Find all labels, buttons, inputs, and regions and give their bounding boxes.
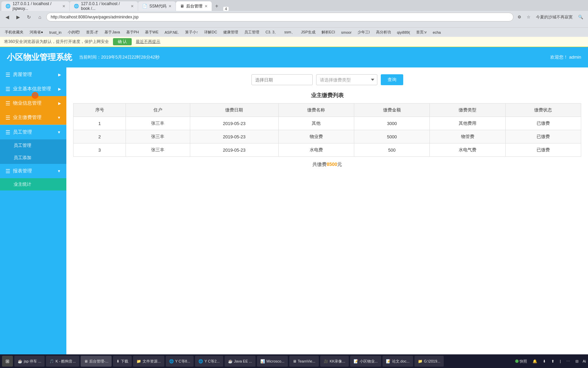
taskbar-app-admin[interactable]: 🖥 后台管理-... [81, 356, 112, 367]
bookmark-item[interactable]: 员工管理 [242, 29, 262, 35]
sidebar-item-staff[interactable]: ☰ 员工管理 ▼ [0, 125, 66, 139]
taskbar-down-icon[interactable]: ⬇ [541, 359, 547, 364]
sidebar-sub-item-owner-stat[interactable]: 业主统计 [0, 178, 66, 190]
tab-admin[interactable]: 🖥 后台管理 ✕ [176, 1, 212, 11]
col-type: 缴费类型 [430, 104, 505, 117]
bookmark-item[interactable]: echa [430, 30, 444, 35]
tab-close-btn[interactable]: ✕ [168, 4, 172, 9]
taskbar-notification-icon[interactable]: 🔔 [531, 359, 539, 364]
taskbar-minimize-icon[interactable]: ⊟ [574, 359, 580, 364]
taskbar-app-yc2[interactable]: 🌐 Y C等2... [195, 356, 223, 367]
sidebar-sub-label: 业主统计 [14, 181, 31, 187]
address-bar[interactable]: http://localhost:8080/wuye/pages/adminin… [46, 13, 513, 21]
bookmark-item[interactable]: 详解DC [201, 29, 220, 35]
app-header-right: 欢迎您！ admin [550, 54, 581, 60]
chevron-right-icon: ▶ [58, 73, 61, 77]
sidebar-submenu-staff: 员工管理 员工添加 [0, 139, 66, 164]
fee-table: 序号 住户 缴费日期 缴费名称 缴费金额 缴费类型 缴费状态 1张三丰2019-… [73, 103, 581, 157]
taskbar-app-folder[interactable]: 📁 G:\2019... [414, 356, 444, 367]
bookmark-item[interactable]: 健康管理 [220, 29, 241, 35]
sidebar-item-property-info[interactable]: ☰ 物业信息管理 ▶ [0, 96, 66, 110]
tab-close-btn[interactable]: ✕ [205, 4, 208, 9]
taskbar-right: 快照 🔔 ⬇ ⬆ | ⋯ ⊟ Ai [514, 359, 586, 364]
bookmark-item[interactable]: 高分析功 [373, 29, 394, 35]
taskbar-app-kugou[interactable]: 🎵 K - 酷狗音... [46, 356, 79, 367]
sidebar-item-owner-info[interactable]: ☰ 业主基本信息管理 ▶ [0, 82, 66, 96]
taskbar-up-icon[interactable]: ⬆ [550, 359, 556, 364]
bookmark-item[interactable]: ASP.NE. [162, 30, 182, 35]
table-cell-amount: 500 [354, 143, 430, 157]
taskbar-app-teamviewer[interactable]: 🖥 TeamVie... [289, 356, 319, 367]
bookmark-item[interactable]: trust_in [47, 30, 64, 35]
home-btn[interactable]: ⌂ [35, 13, 44, 21]
tab-book[interactable]: 🌐 127.0.0.1 / localhost / book /... ✕ [70, 1, 138, 11]
bookmark-item[interactable]: ssm、 [281, 29, 297, 35]
table-cell-name: 水电费 [278, 143, 354, 157]
table-cell-amount: 3000 [354, 117, 430, 130]
back-btn[interactable]: ◀ [3, 13, 12, 21]
tab-label: 后台管理 [186, 3, 202, 9]
tab-close-btn[interactable]: ✕ [131, 4, 134, 9]
bookmark-item[interactable]: 首页:v [413, 29, 429, 35]
extensions-icon[interactable]: ⚙ [516, 14, 523, 20]
notif-confirm-btn[interactable]: 确 认 [113, 38, 132, 45]
bookmark-item[interactable]: 首页-才 [83, 29, 101, 35]
bookmark-item[interactable]: 小的吧! [65, 29, 83, 35]
taskbar-app-kk[interactable]: 🎥 KK录像... [320, 356, 349, 367]
table-row: 3张三丰2019-05-23水电费500水电气费已缴费 [74, 143, 581, 157]
tab-jspwuy[interactable]: 🌐 127.0.0.1 / localhost / jspwuy... ✕ [1, 1, 69, 11]
summary-prefix: 共缴费 [312, 162, 327, 167]
bookmark-item[interactable]: qiyi889( [394, 30, 413, 35]
bookmark-item[interactable]: C3. 3、 [263, 29, 281, 35]
col-amount: 缴费金额 [354, 104, 430, 117]
sidebar-sub-item-staff-manage[interactable]: 员工管理 [0, 139, 66, 152]
star-icon[interactable]: ☆ [525, 14, 533, 20]
notif-dismiss-link[interactable]: 最近不再提示 [136, 39, 160, 45]
taskbar-app-doc[interactable]: 📝 论文.doc... [382, 356, 413, 367]
welcome-text: 欢迎您！ [550, 55, 568, 60]
forward-btn[interactable]: ▶ [14, 13, 22, 21]
bookmark-item[interactable]: 河南省● [27, 29, 46, 35]
table-cell-name: 物业费 [278, 130, 354, 143]
taskbar-start-btn[interactable]: ⊞ [2, 356, 13, 367]
bookmark-item[interactable]: smoor [339, 30, 355, 35]
taskbar-app-yc8[interactable]: 🌐 Y C等8... [166, 356, 194, 367]
bookmark-item[interactable]: 手机收藏夹 [2, 29, 26, 35]
sidebar-sub-item-staff-add[interactable]: 员工添加 [0, 152, 66, 164]
sidebar-item-owner-fee[interactable]: ☰ 业主缴费管理 ▼ [0, 110, 66, 125]
magnify-icon[interactable]: 🔍 [576, 14, 585, 20]
bookmark-item[interactable]: 基于PH [124, 29, 142, 35]
main-layout: ☰ 房屋管理 ▶ ☰ 业主基本信息管理 ▶ ☰ 物业信息管理 ▶ ☰ 业主缴费管… [0, 67, 588, 368]
bookmark-item[interactable]: 基于WE [142, 29, 161, 35]
taskbar-app-microsoft[interactable]: 📊 Microsco... [257, 356, 288, 367]
query-button[interactable]: 查询 [381, 74, 403, 85]
new-tab-btn[interactable]: + [212, 1, 222, 11]
bookmark-item[interactable]: 基于Java [102, 29, 122, 35]
taskbar-app-wuye[interactable]: 📝 小区物业... [350, 356, 381, 367]
date-input[interactable] [251, 74, 313, 85]
content-area: 请选择缴费类型 物管费 水电气费 其他费用 查询 业主缴费列表 序号 住户 缴费… [66, 67, 588, 368]
taskbar-app-download[interactable]: ⬇ 下载 [113, 356, 132, 367]
taskbar-app-label: 下载 [121, 359, 128, 364]
bookmark-item[interactable]: 算子小↑ [182, 29, 201, 35]
fee-type-select[interactable]: 请选择缴费类型 物管费 水电气费 其他费用 [316, 74, 377, 85]
bookmark-item[interactable]: JSP生成 [298, 29, 318, 35]
sidebar-label: 业主基本信息管理 [13, 86, 51, 92]
taskbar-app-jsp[interactable]: ☕ jsp 停车 ... [14, 356, 45, 367]
taskbar-more-icon[interactable]: ⋯ [565, 359, 571, 364]
quick-screenshot-btn[interactable]: 快照 [514, 359, 528, 364]
col-date: 缴费日期 [190, 104, 278, 117]
bookmark-item[interactable]: 解析ECl [319, 29, 338, 35]
tab-close-btn[interactable]: ✕ [62, 4, 65, 9]
sidebar-item-house[interactable]: ☰ 房屋管理 ▶ [0, 67, 66, 82]
table-row: 2张三丰2019-05-23物业费5000物管费已缴费 [74, 130, 581, 143]
taskbar-app-files[interactable]: 📁 文件资源... [133, 356, 164, 367]
menu-icon: ☰ [5, 86, 10, 92]
tab-ssm[interactable]: 📄 SSM代码 ✕ [138, 1, 176, 11]
reload-btn[interactable]: ↻ [24, 13, 33, 21]
bookmark-item[interactable]: 少年三l [355, 29, 372, 35]
bookmarks-bar: 手机收藏夹 河南省● trust_in 小的吧! 首页-才 基于Java 基于P… [0, 27, 588, 37]
taskbar-app-javaee[interactable]: ☕ Java EE ... [225, 356, 256, 367]
sidebar-item-report[interactable]: ☰ 报表管理 ▼ [0, 164, 66, 178]
table-cell-no: 2 [74, 130, 126, 143]
